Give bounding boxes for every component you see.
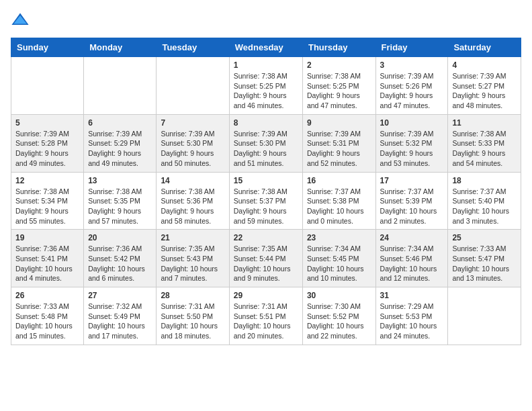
day-number: 24 (380, 233, 444, 242)
calendar-table: SundayMondayTuesdayWednesdayThursdayFrid… (11, 38, 521, 345)
calendar-cell: 6Sunrise: 7:39 AM Sunset: 5:29 PM Daylig… (84, 114, 157, 172)
calendar-cell: 25Sunrise: 7:33 AM Sunset: 5:47 PM Dayli… (448, 230, 521, 287)
day-info: Sunrise: 7:33 AM Sunset: 5:48 PM Dayligh… (15, 302, 79, 341)
weekday-header: Thursday (302, 38, 375, 57)
day-number: 18 (452, 176, 517, 185)
calendar-cell: 17Sunrise: 7:37 AM Sunset: 5:39 PM Dayli… (375, 172, 448, 230)
day-info: Sunrise: 7:39 AM Sunset: 5:26 PM Dayligh… (380, 71, 444, 111)
day-info: Sunrise: 7:32 AM Sunset: 5:49 PM Dayligh… (88, 302, 152, 341)
calendar-cell: 27Sunrise: 7:32 AM Sunset: 5:49 PM Dayli… (84, 287, 157, 345)
day-info: Sunrise: 7:39 AM Sunset: 5:32 PM Dayligh… (380, 129, 444, 169)
day-number: 13 (88, 176, 152, 185)
day-number: 3 (380, 60, 444, 70)
day-number: 22 (234, 233, 298, 242)
day-info: Sunrise: 7:39 AM Sunset: 5:30 PM Dayligh… (234, 129, 298, 169)
day-number: 5 (15, 118, 79, 128)
day-number: 8 (234, 118, 298, 128)
day-number: 1 (234, 60, 298, 70)
calendar-cell: 10Sunrise: 7:39 AM Sunset: 5:32 PM Dayli… (375, 114, 448, 172)
page-header (11, 11, 521, 30)
calendar-cell: 24Sunrise: 7:34 AM Sunset: 5:46 PM Dayli… (375, 230, 448, 287)
calendar-cell: 18Sunrise: 7:37 AM Sunset: 5:40 PM Dayli… (448, 172, 521, 230)
calendar-cell: 19Sunrise: 7:36 AM Sunset: 5:41 PM Dayli… (11, 230, 84, 287)
day-info: Sunrise: 7:38 AM Sunset: 5:25 PM Dayligh… (234, 71, 298, 111)
day-info: Sunrise: 7:39 AM Sunset: 5:27 PM Dayligh… (452, 71, 517, 111)
calendar-cell: 21Sunrise: 7:35 AM Sunset: 5:43 PM Dayli… (157, 230, 229, 287)
calendar-week-row: 5Sunrise: 7:39 AM Sunset: 5:28 PM Daylig… (11, 114, 521, 172)
day-number: 7 (161, 118, 224, 128)
day-info: Sunrise: 7:33 AM Sunset: 5:47 PM Dayligh… (452, 244, 517, 283)
day-number: 25 (452, 233, 517, 242)
calendar-cell: 3Sunrise: 7:39 AM Sunset: 5:26 PM Daylig… (375, 57, 448, 115)
calendar-cell (84, 57, 157, 115)
day-number: 11 (452, 118, 517, 128)
day-info: Sunrise: 7:37 AM Sunset: 5:38 PM Dayligh… (307, 187, 371, 226)
day-info: Sunrise: 7:29 AM Sunset: 5:53 PM Dayligh… (380, 302, 444, 341)
day-number: 17 (380, 176, 444, 185)
day-info: Sunrise: 7:30 AM Sunset: 5:52 PM Dayligh… (307, 302, 371, 341)
day-number: 12 (15, 176, 79, 185)
calendar-cell: 26Sunrise: 7:33 AM Sunset: 5:48 PM Dayli… (11, 287, 84, 345)
calendar-cell: 28Sunrise: 7:31 AM Sunset: 5:50 PM Dayli… (157, 287, 229, 345)
calendar-cell: 11Sunrise: 7:38 AM Sunset: 5:33 PM Dayli… (448, 114, 521, 172)
day-info: Sunrise: 7:34 AM Sunset: 5:46 PM Dayligh… (380, 244, 444, 283)
calendar-cell: 29Sunrise: 7:31 AM Sunset: 5:51 PM Dayli… (229, 287, 302, 345)
calendar-cell: 15Sunrise: 7:38 AM Sunset: 5:37 PM Dayli… (229, 172, 302, 230)
day-info: Sunrise: 7:38 AM Sunset: 5:37 PM Dayligh… (234, 187, 298, 226)
logo (11, 11, 32, 30)
logo-icon (11, 11, 30, 30)
day-info: Sunrise: 7:39 AM Sunset: 5:28 PM Dayligh… (15, 129, 79, 169)
day-info: Sunrise: 7:34 AM Sunset: 5:45 PM Dayligh… (307, 244, 371, 283)
day-number: 26 (15, 291, 79, 300)
day-number: 20 (88, 233, 152, 242)
day-info: Sunrise: 7:38 AM Sunset: 5:33 PM Dayligh… (452, 129, 517, 169)
calendar-cell: 8Sunrise: 7:39 AM Sunset: 5:30 PM Daylig… (229, 114, 302, 172)
calendar-cell (11, 57, 84, 115)
day-info: Sunrise: 7:31 AM Sunset: 5:51 PM Dayligh… (234, 302, 298, 341)
weekday-header: Tuesday (157, 38, 229, 57)
day-number: 15 (234, 176, 298, 185)
calendar-cell: 4Sunrise: 7:39 AM Sunset: 5:27 PM Daylig… (448, 57, 521, 115)
weekday-header: Monday (84, 38, 157, 57)
calendar-cell (448, 287, 521, 345)
calendar-cell: 14Sunrise: 7:38 AM Sunset: 5:36 PM Dayli… (157, 172, 229, 230)
day-number: 9 (307, 118, 371, 128)
day-info: Sunrise: 7:38 AM Sunset: 5:36 PM Dayligh… (161, 187, 224, 226)
day-number: 30 (307, 291, 371, 300)
calendar-cell: 30Sunrise: 7:30 AM Sunset: 5:52 PM Dayli… (302, 287, 375, 345)
day-number: 23 (307, 233, 371, 242)
day-number: 10 (380, 118, 444, 128)
day-number: 6 (88, 118, 152, 128)
calendar-week-row: 26Sunrise: 7:33 AM Sunset: 5:48 PM Dayli… (11, 287, 521, 345)
calendar-cell: 1Sunrise: 7:38 AM Sunset: 5:25 PM Daylig… (229, 57, 302, 115)
day-number: 2 (307, 60, 371, 70)
day-info: Sunrise: 7:39 AM Sunset: 5:31 PM Dayligh… (307, 129, 371, 169)
calendar-cell: 20Sunrise: 7:36 AM Sunset: 5:42 PM Dayli… (84, 230, 157, 287)
calendar-week-row: 12Sunrise: 7:38 AM Sunset: 5:34 PM Dayli… (11, 172, 521, 230)
day-info: Sunrise: 7:39 AM Sunset: 5:30 PM Dayligh… (161, 129, 224, 169)
day-info: Sunrise: 7:37 AM Sunset: 5:40 PM Dayligh… (452, 187, 517, 226)
calendar-cell: 7Sunrise: 7:39 AM Sunset: 5:30 PM Daylig… (157, 114, 229, 172)
calendar-cell (157, 57, 229, 115)
day-info: Sunrise: 7:36 AM Sunset: 5:42 PM Dayligh… (88, 244, 152, 283)
calendar-week-row: 19Sunrise: 7:36 AM Sunset: 5:41 PM Dayli… (11, 230, 521, 287)
day-number: 31 (380, 291, 444, 300)
day-info: Sunrise: 7:35 AM Sunset: 5:43 PM Dayligh… (161, 244, 224, 283)
calendar-cell: 31Sunrise: 7:29 AM Sunset: 5:53 PM Dayli… (375, 287, 448, 345)
day-info: Sunrise: 7:35 AM Sunset: 5:44 PM Dayligh… (234, 244, 298, 283)
day-info: Sunrise: 7:39 AM Sunset: 5:29 PM Dayligh… (88, 129, 152, 169)
calendar-cell: 5Sunrise: 7:39 AM Sunset: 5:28 PM Daylig… (11, 114, 84, 172)
calendar-cell: 9Sunrise: 7:39 AM Sunset: 5:31 PM Daylig… (302, 114, 375, 172)
day-number: 29 (234, 291, 298, 300)
weekday-header: Wednesday (229, 38, 302, 57)
weekday-header: Friday (375, 38, 448, 57)
day-info: Sunrise: 7:38 AM Sunset: 5:34 PM Dayligh… (15, 187, 79, 226)
calendar-week-row: 1Sunrise: 7:38 AM Sunset: 5:25 PM Daylig… (11, 57, 521, 115)
calendar-cell: 12Sunrise: 7:38 AM Sunset: 5:34 PM Dayli… (11, 172, 84, 230)
day-info: Sunrise: 7:31 AM Sunset: 5:50 PM Dayligh… (161, 302, 224, 341)
calendar-cell: 23Sunrise: 7:34 AM Sunset: 5:45 PM Dayli… (302, 230, 375, 287)
day-info: Sunrise: 7:37 AM Sunset: 5:39 PM Dayligh… (380, 187, 444, 226)
day-number: 4 (452, 60, 517, 70)
day-number: 27 (88, 291, 152, 300)
day-info: Sunrise: 7:38 AM Sunset: 5:25 PM Dayligh… (307, 71, 371, 111)
